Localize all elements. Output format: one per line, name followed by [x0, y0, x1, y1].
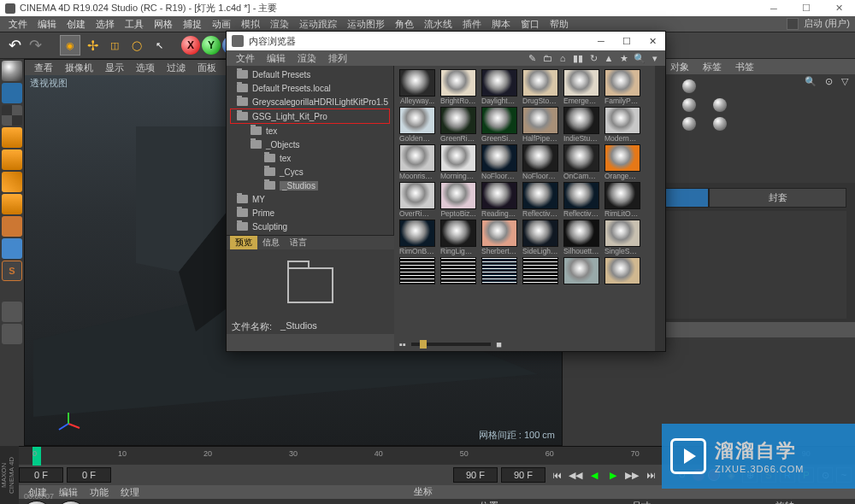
model-mode-icon[interactable] — [2, 61, 22, 81]
menu-item[interactable]: 运动图形 — [342, 16, 390, 32]
redo-icon[interactable]: ↷ — [26, 36, 44, 55]
tree-node[interactable]: Prime — [227, 206, 393, 220]
thumbnail[interactable]: GreenRim... — [440, 107, 476, 143]
viewport-tab[interactable]: 摄像机 — [59, 60, 99, 75]
play-back-icon[interactable]: ◀ — [587, 467, 602, 483]
up-icon[interactable]: ▲ — [602, 51, 616, 65]
obj-ball-icon[interactable] — [713, 117, 727, 131]
lang-tab[interactable]: 语言 — [285, 236, 312, 249]
browser-menu-item[interactable]: 文件 — [230, 50, 261, 66]
search-icon[interactable]: 🔍 — [633, 51, 646, 65]
rotate-tool-icon[interactable]: ◯ — [127, 35, 147, 56]
layout-label[interactable]: 启动 (用户) — [804, 17, 850, 30]
thumbnail[interactable]: DrugStore... — [522, 69, 558, 105]
home-icon[interactable]: ⌂ — [556, 51, 569, 65]
mat-tab[interactable]: 功能 — [84, 485, 115, 499]
go-start-icon[interactable]: ⏮ — [549, 467, 564, 483]
thumbnail[interactable] — [604, 257, 640, 284]
tree-node[interactable]: GSG_Light_Kit_Pro — [230, 108, 390, 124]
thumbnail[interactable]: GoldenHo... — [399, 107, 435, 143]
menu-item[interactable]: 插件 — [457, 16, 486, 32]
thumbnail[interactable]: IndieStudi... — [563, 107, 599, 143]
browser-maximize-icon[interactable]: ☐ — [614, 32, 640, 50]
go-end-icon[interactable]: ⏭ — [643, 467, 658, 483]
thumbnail[interactable]: Alleyway... — [399, 69, 435, 105]
frame-start[interactable]: 0 F — [19, 467, 63, 483]
menu-item[interactable]: 网格 — [149, 16, 178, 32]
menu-item[interactable]: 动画 — [207, 16, 236, 32]
workplane-mode-icon[interactable] — [2, 127, 22, 148]
step-back-icon[interactable]: ◀◀ — [568, 467, 583, 483]
thumbnail[interactable]: OnCamer... — [563, 144, 599, 180]
thumbnail[interactable]: RimOnBlu... — [399, 220, 435, 255]
y-axis-icon[interactable]: Y — [202, 36, 221, 55]
tree-node[interactable]: GreyscalegorillaHDRILightKitPro1.5 — [227, 95, 393, 108]
thumbnail[interactable]: BrightRoo... — [440, 69, 476, 105]
point-mode-icon[interactable] — [2, 149, 22, 170]
menu-icon[interactable]: ▾ — [648, 51, 662, 65]
thumbnail[interactable]: OrangeSh... — [604, 144, 640, 180]
polygon-mode-icon[interactable] — [2, 194, 22, 214]
tree-node[interactable]: _Studios — [227, 179, 393, 192]
thumbnail[interactable]: SherbertSt... — [481, 220, 517, 255]
info-tab[interactable]: 信息 — [257, 236, 285, 249]
obj-tab[interactable]: 对象 — [663, 59, 696, 74]
thumbnail[interactable]: FamilyPh... — [604, 69, 640, 105]
eye-icon[interactable]: ⊙ — [825, 76, 833, 87]
frame-end[interactable]: 90 F — [453, 467, 498, 483]
browser-menu-item[interactable]: 渲染 — [292, 50, 322, 66]
thumbnail[interactable]: Emergenc... — [563, 69, 599, 105]
edit-icon[interactable]: ✎ — [525, 51, 539, 65]
material-ball[interactable] — [55, 501, 87, 504]
thumbnail[interactable]: Reflective... — [563, 182, 599, 218]
thumbnail[interactable]: MorningC... — [440, 144, 476, 180]
thumb-size-slider[interactable]: ▪▪ ■ — [399, 339, 502, 349]
tree-node[interactable]: _Cycs — [227, 165, 393, 179]
menu-item[interactable]: 运动跟踪 — [294, 16, 342, 32]
texture-mode-icon[interactable] — [2, 105, 22, 126]
browser-close-icon[interactable]: ✕ — [640, 32, 665, 50]
menu-item[interactable]: 窗口 — [516, 16, 545, 32]
tree-node[interactable]: Sculpting — [227, 220, 393, 233]
book-icon[interactable]: ▮▮ — [571, 51, 585, 65]
edge-mode-icon[interactable] — [2, 172, 22, 192]
filter-icon[interactable]: ▽ — [841, 76, 848, 87]
menu-item[interactable]: 角色 — [390, 16, 419, 32]
thumbnail[interactable]: RimLitOn... — [604, 182, 640, 218]
thumbnail[interactable]: DaylightSt... — [481, 69, 517, 105]
uv-mode-icon[interactable] — [2, 216, 22, 237]
snap-icon[interactable]: S — [2, 261, 22, 281]
mat-tab[interactable]: 纹理 — [115, 485, 145, 499]
obj-ball-icon[interactable] — [682, 98, 696, 112]
mat-tab[interactable]: 编辑 — [53, 485, 84, 499]
tree-node[interactable]: tex — [227, 124, 393, 138]
menu-item[interactable]: 选择 — [91, 16, 120, 32]
viewport-tab[interactable]: 过滤 — [161, 60, 192, 75]
thumbnail[interactable] — [399, 257, 435, 284]
step-fwd-icon[interactable]: ▶▶ — [624, 467, 640, 483]
misc-icon-2[interactable] — [2, 324, 22, 344]
menu-item[interactable]: 流水线 — [419, 16, 457, 32]
thumbnail[interactable]: ReadingR... — [481, 182, 517, 218]
thumbnail[interactable]: NoFloorW... — [522, 144, 558, 180]
menu-item[interactable]: 创建 — [62, 16, 91, 32]
select-tool-icon[interactable]: ◉ — [60, 35, 80, 56]
viewport-tab[interactable]: 查看 — [28, 60, 59, 75]
mouse-icon[interactable] — [2, 238, 22, 259]
thumbnail[interactable]: SideLight... — [522, 220, 558, 255]
thumbnail[interactable] — [440, 257, 476, 284]
layout-preset-icon[interactable] — [787, 18, 799, 30]
move-tool-icon[interactable]: ✢ — [82, 35, 103, 56]
thumbnail[interactable]: PeptoBiz... — [440, 182, 476, 218]
menu-item[interactable]: 捕捉 — [178, 16, 207, 32]
thumbnail[interactable] — [563, 257, 599, 284]
thumbnail[interactable]: NoFloorC... — [481, 144, 517, 180]
close-icon[interactable]: ✕ — [823, 0, 855, 16]
menu-item[interactable]: 工具 — [120, 16, 149, 32]
tree-node[interactable]: _Objects — [227, 138, 393, 151]
thumbnail[interactable]: OverRim.c... — [399, 182, 435, 218]
browser-menu-item[interactable]: 编辑 — [261, 50, 292, 66]
thumbnail[interactable] — [481, 257, 517, 284]
menu-item[interactable]: 渲染 — [265, 16, 294, 32]
thumbnail[interactable]: Moonrise... — [399, 144, 435, 180]
